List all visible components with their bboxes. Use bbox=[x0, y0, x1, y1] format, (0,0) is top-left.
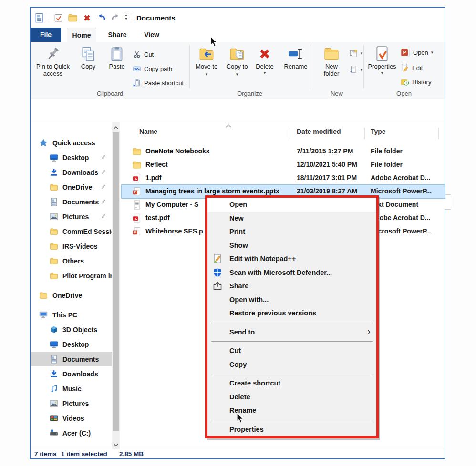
paste-shortcut-button[interactable]: Paste shortcut bbox=[133, 77, 184, 89]
menu-item-open[interactable]: Open bbox=[207, 198, 376, 212]
menu-item-scan-with-microsoft-defender[interactable]: Scan with Microsoft Defender... bbox=[207, 266, 376, 280]
file-row-3[interactable]: 1.pdf18/11/2017 3:01 PMAdobe Acrobat D..… bbox=[122, 172, 445, 185]
copy-path-button[interactable]: Copy path bbox=[133, 63, 172, 74]
sidebar-item-pilot-program-in[interactable]: Pilot Program in bbox=[31, 268, 112, 283]
menu-item-create-shortcut[interactable]: Create shortcut bbox=[207, 376, 376, 390]
button-label: Paste shortcut bbox=[144, 80, 184, 87]
rename-button[interactable]: Rename bbox=[280, 44, 311, 71]
new-item-button[interactable]: ▾ bbox=[349, 48, 363, 59]
dropdown-arrow-icon: ▾ bbox=[381, 71, 383, 76]
tab-home[interactable]: Home bbox=[67, 28, 96, 42]
sidebar-item-documents[interactable]: Documents bbox=[31, 194, 112, 209]
easy-access-button[interactable]: ▾ bbox=[349, 64, 363, 75]
column-header-name[interactable]: Name bbox=[139, 128, 157, 135]
tab-file[interactable]: File bbox=[31, 28, 61, 42]
edit-button[interactable]: Edit bbox=[401, 62, 423, 73]
menu-item-delete[interactable]: Delete bbox=[207, 390, 376, 404]
open-button[interactable]: P Open▾ bbox=[401, 47, 433, 58]
tab-share[interactable]: Share bbox=[103, 28, 132, 42]
sidebar-item-onedrive[interactable]: OneDrive bbox=[31, 180, 112, 194]
copy-button[interactable]: Copy bbox=[74, 44, 102, 71]
scrollbar-thumb[interactable] bbox=[113, 132, 119, 431]
textdoc-icon bbox=[132, 200, 142, 210]
new-folder-icon[interactable] bbox=[68, 13, 78, 23]
move-to-button[interactable]: Move to ▾ bbox=[192, 44, 221, 78]
download-icon bbox=[50, 168, 58, 177]
menu-item-edit-with-notepad[interactable]: Edit with Notepad++ bbox=[207, 252, 376, 266]
tab-view[interactable]: View bbox=[138, 28, 165, 42]
properties-button[interactable]: Properties ▾ bbox=[366, 44, 398, 76]
sidebar-item-documents[interactable]: Documents bbox=[31, 352, 112, 366]
copy-to-button[interactable]: Copy to ▾ bbox=[222, 44, 252, 78]
menu-item-print[interactable]: Print bbox=[207, 225, 376, 239]
file-row-2[interactable]: Reflect12/10/2021 5:40 PMFile folder bbox=[122, 158, 445, 172]
ppt-icon: P bbox=[132, 227, 142, 236]
menu-item-label: Delete bbox=[229, 393, 250, 401]
folder-icon bbox=[50, 183, 58, 192]
sidebar-item-others[interactable]: Others bbox=[31, 253, 112, 268]
file-type: File folder bbox=[371, 161, 403, 168]
redo-icon[interactable] bbox=[111, 13, 121, 23]
delete-icon[interactable] bbox=[82, 13, 92, 23]
file-name: test.pdf bbox=[145, 214, 170, 222]
cut-button[interactable]: Cut bbox=[133, 49, 154, 60]
sidebar-scrollbar[interactable] bbox=[112, 122, 120, 449]
sidebar-item-onedrive[interactable]: OneDrive bbox=[31, 288, 112, 303]
menu-item-properties[interactable]: Properties bbox=[207, 423, 376, 436]
sidebar-item-desktop[interactable]: Desktop bbox=[31, 337, 112, 352]
sidebar-item-3d-objects[interactable]: 3D Objects bbox=[31, 322, 112, 337]
menu-item-new[interactable]: New bbox=[207, 212, 376, 225]
sidebar-item-downloads[interactable]: Downloads bbox=[31, 366, 112, 381]
dropdown-arrow-icon: ▾ bbox=[431, 50, 434, 55]
delete-button[interactable]: Delete ▾ bbox=[251, 44, 279, 76]
sidebar-item-downloads[interactable]: Downloads bbox=[31, 165, 112, 180]
group-label-open: Open bbox=[363, 90, 445, 97]
menu-item-cut[interactable]: Cut bbox=[207, 344, 376, 358]
sidebar-item-commed-sessio[interactable]: CommEd Sessio bbox=[31, 224, 112, 239]
button-label: Delete bbox=[256, 63, 274, 71]
scroll-up-icon[interactable] bbox=[113, 124, 119, 130]
sidebar-item-label: Downloads bbox=[62, 169, 98, 176]
menu-item-label: Create shortcut bbox=[229, 379, 280, 387]
ribbon: Pin to Quick access Copy Paste Cut Copy … bbox=[31, 42, 445, 99]
menu-item-open-with[interactable]: Open with... bbox=[207, 293, 376, 307]
menu-item-send-to[interactable]: Send to› bbox=[207, 325, 376, 339]
sidebar-item-music[interactable]: Music bbox=[31, 381, 112, 396]
sidebar-item-desktop[interactable]: Desktop bbox=[31, 150, 112, 165]
menu-item-show[interactable]: Show bbox=[207, 239, 376, 253]
menu-item-restore-previous-versions[interactable]: Restore previous versions bbox=[207, 306, 376, 320]
divider bbox=[49, 13, 49, 22]
cube-icon bbox=[50, 325, 58, 334]
ppt-icon: P bbox=[132, 187, 142, 196]
submenu-arrow-icon: › bbox=[367, 326, 371, 337]
undo-icon[interactable] bbox=[96, 13, 106, 23]
menu-item-rename[interactable]: Rename bbox=[207, 404, 376, 417]
file-date-modified: 21/03/2019 8:27 AM bbox=[297, 187, 357, 195]
paste-button[interactable]: Paste bbox=[103, 44, 131, 71]
column-header-date[interactable]: Date modified bbox=[297, 128, 341, 135]
file-row-1[interactable]: OneNote Notebooks7/11/2015 1:27 PMFile f… bbox=[122, 145, 445, 158]
sidebar-item-pictures[interactable]: Pictures bbox=[31, 209, 112, 224]
item-count: 7 items bbox=[34, 450, 57, 457]
sidebar-item-videos[interactable]: Videos bbox=[31, 411, 112, 425]
rename-icon bbox=[288, 46, 304, 62]
button-label: Move to bbox=[196, 63, 217, 70]
sidebar-item-label: Documents bbox=[62, 198, 99, 206]
status-bar: 7 items 1 item selected 2.85 MB bbox=[31, 449, 445, 458]
column-header-type[interactable]: Type bbox=[371, 128, 386, 135]
sidebar-item-quick-access[interactable]: Quick access bbox=[31, 135, 112, 150]
menu-item-copy[interactable]: Copy bbox=[207, 358, 376, 372]
sidebar-item-this-pc[interactable]: This PC bbox=[31, 307, 112, 322]
customize-qat-icon[interactable]: ▾ bbox=[125, 15, 127, 21]
dropdown-arrow-icon: ▾ bbox=[361, 51, 363, 56]
menu-item-label: Edit with Notepad++ bbox=[229, 255, 296, 263]
history-button[interactable]: History bbox=[401, 76, 431, 88]
sidebar-item-irs-videos[interactable]: IRS-Videos bbox=[31, 239, 112, 253]
pin-to-quick-access-button[interactable]: Pin to Quick access bbox=[33, 44, 72, 78]
sidebar-item-pictures[interactable]: Pictures bbox=[31, 396, 112, 411]
sidebar-item-acer-c-[interactable]: Acer (C:) bbox=[31, 425, 112, 440]
scroll-down-icon[interactable] bbox=[113, 441, 119, 447]
menu-item-share[interactable]: Share bbox=[207, 279, 376, 293]
properties-check-icon[interactable] bbox=[53, 13, 63, 23]
new-folder-button[interactable]: New folder bbox=[316, 44, 347, 78]
